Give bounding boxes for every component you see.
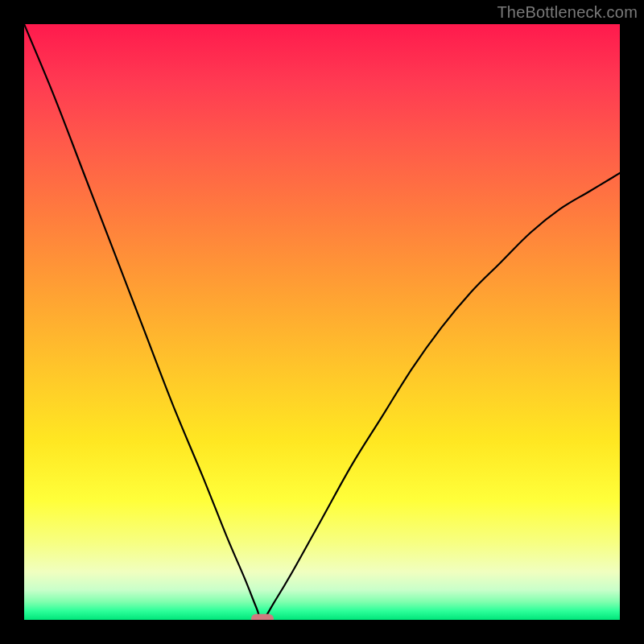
bottleneck-curve xyxy=(24,24,620,620)
watermark-text: TheBottleneck.com xyxy=(497,3,638,22)
optimal-point-marker xyxy=(251,614,274,620)
plot-area xyxy=(24,24,620,620)
chart-frame: TheBottleneck.com xyxy=(0,0,644,644)
